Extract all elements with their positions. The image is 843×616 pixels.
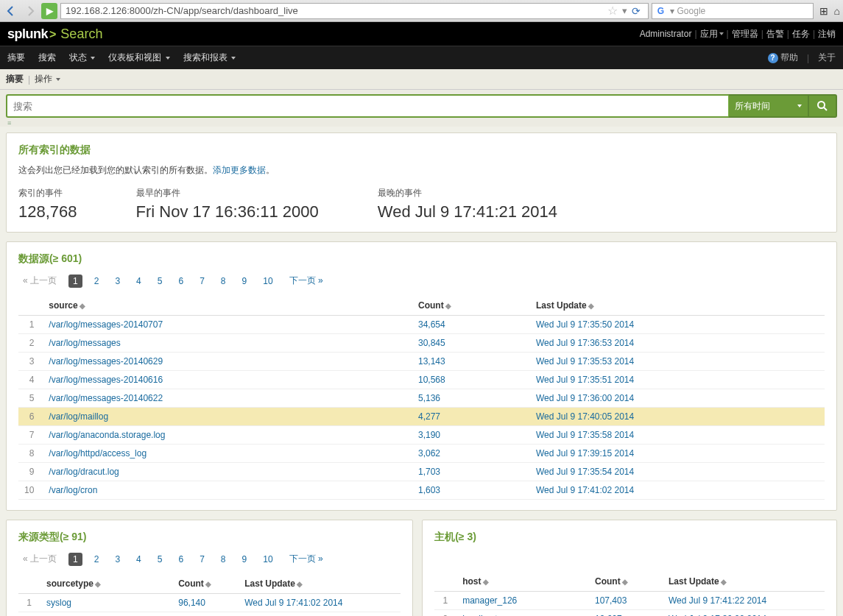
page-4[interactable]: 4 [132, 275, 146, 288]
table-row[interactable]: 2/var/log/messages30,845Wed Jul 9 17:36:… [18, 334, 825, 353]
page-next[interactable]: 下一页 » [285, 273, 328, 288]
page-9[interactable]: 9 [238, 275, 252, 288]
add-more-data-link[interactable]: 添加更多数据 [213, 165, 266, 175]
col-sourcetype[interactable]: sourcetype◆ [40, 574, 172, 594]
cell-last[interactable]: Wed Jul 9 17:41:02 2014 [530, 481, 825, 500]
actions-menu[interactable]: 操作 [35, 73, 60, 85]
logo[interactable]: splunk > Search [7, 26, 102, 42]
manager-link[interactable]: 管理器 [732, 28, 758, 40]
table-row[interactable]: 6/var/log/maillog4,277Wed Jul 9 17:40:05… [18, 408, 825, 426]
cell-source[interactable]: /var/log/messages [43, 334, 412, 353]
back-button[interactable] [3, 3, 19, 19]
table-row[interactable]: 7/var/log/anaconda.storage.log3,190Wed J… [18, 426, 825, 445]
cell-source[interactable]: /var/log/messages-20140616 [43, 371, 412, 389]
page-4[interactable]: 4 [132, 553, 146, 566]
cell-count[interactable]: 96,140 [172, 594, 239, 612]
col-last[interactable]: Last Update◆ [530, 296, 825, 316]
cell-last[interactable]: Wed Jul 9 17:41:02 2014 [239, 594, 401, 612]
cell-source[interactable]: /var/log/messages-20140629 [43, 353, 412, 371]
time-range-select[interactable]: 所有时间 [728, 94, 809, 118]
table-row[interactable]: 3/var/log/messages-2014062913,143Wed Jul… [18, 353, 825, 371]
alerts-link[interactable]: 告警 [766, 28, 784, 40]
cell-count[interactable]: 5,136 [412, 389, 530, 408]
cell-source[interactable]: /var/log/anaconda.storage.log [43, 426, 412, 445]
col-host[interactable]: host◆ [456, 572, 589, 592]
page-10[interactable]: 10 [258, 275, 277, 288]
cell-last[interactable]: Wed Jul 9 17:36:53 2014 [530, 334, 825, 353]
col-last[interactable]: Last Update◆ [663, 572, 825, 592]
search-button[interactable] [809, 94, 837, 118]
nav-reports[interactable]: 搜索和报表 [183, 52, 236, 64]
cell-last[interactable]: Wed Jul 9 17:36:00 2014 [663, 610, 825, 617]
cell-last[interactable]: Wed Jul 9 17:35:51 2014 [530, 371, 825, 389]
table-row[interactable]: 1/var/log/messages-2014070734,654Wed Jul… [18, 316, 825, 334]
cell-count[interactable]: 3,190 [412, 426, 530, 445]
page-6[interactable]: 6 [174, 553, 188, 566]
home-icon[interactable]: ⌂ [834, 5, 840, 17]
page-next[interactable]: 下一页 » [285, 551, 328, 567]
table-row[interactable]: 2hostd-24,418Wed Jul 9 17:40:04 2014 [18, 612, 401, 617]
search-input[interactable] [6, 94, 728, 118]
go-button[interactable]: ▶ [41, 3, 57, 19]
cell-source[interactable]: /var/log/messages-20140707 [43, 316, 412, 334]
page-prev[interactable]: « 上一页 [18, 273, 61, 288]
cell-count[interactable]: 107,403 [589, 592, 663, 610]
table-row[interactable]: 2localhost19,607Wed Jul 9 17:36:00 2014 [434, 610, 825, 617]
cell-last[interactable]: Wed Jul 9 17:35:50 2014 [530, 316, 825, 334]
table-row[interactable]: 1syslog96,140Wed Jul 9 17:41:02 2014 [18, 594, 401, 612]
page-3[interactable]: 3 [110, 275, 124, 288]
nav-status[interactable]: 状态 [69, 52, 95, 64]
page-7[interactable]: 7 [195, 553, 209, 566]
cell-last[interactable]: Wed Jul 9 17:39:15 2014 [530, 445, 825, 463]
table-row[interactable]: 8/var/log/httpd/access_log3,062Wed Jul 9… [18, 445, 825, 463]
cell-count[interactable]: 1,703 [412, 463, 530, 481]
page-8[interactable]: 8 [216, 553, 230, 566]
page-2[interactable]: 2 [90, 275, 104, 288]
col-count[interactable]: Count◆ [412, 296, 530, 316]
col-last[interactable]: Last Update◆ [239, 574, 401, 594]
table-row[interactable]: 1manager_126107,403Wed Jul 9 17:41:22 20… [434, 592, 825, 610]
nav-summary[interactable]: 摘要 [7, 52, 25, 64]
cell-count[interactable]: 30,845 [412, 334, 530, 353]
page-1[interactable]: 1 [68, 553, 82, 566]
cell-last[interactable]: Wed Jul 9 17:35:54 2014 [530, 463, 825, 481]
cell-source[interactable]: /var/log/dracut.log [43, 463, 412, 481]
cell-count[interactable]: 19,607 [589, 610, 663, 617]
page-9[interactable]: 9 [238, 553, 252, 566]
cell-count[interactable]: 10,568 [412, 371, 530, 389]
url-bar[interactable]: 192.168.2.126:8000/zh-CN/app/search/dash… [60, 3, 649, 19]
cell-last[interactable]: Wed Jul 9 17:35:58 2014 [530, 426, 825, 445]
cell-source[interactable]: /var/log/messages-20140622 [43, 389, 412, 408]
star-icon[interactable]: ☆ [607, 4, 618, 18]
page-7[interactable]: 7 [195, 275, 209, 288]
user-link[interactable]: Administrator [640, 29, 692, 39]
cell-last[interactable]: Wed Jul 9 17:35:53 2014 [530, 353, 825, 371]
cell-count[interactable]: 1,603 [412, 481, 530, 500]
dropdown-icon[interactable]: ▾ [622, 5, 627, 16]
cell-last[interactable]: Wed Jul 9 17:36:00 2014 [530, 389, 825, 408]
cell-source[interactable]: /var/log/cron [43, 481, 412, 500]
cell-count[interactable]: 4,418 [172, 612, 239, 617]
forward-button[interactable] [22, 3, 38, 19]
cell-source[interactable]: syslog [40, 594, 172, 612]
cell-last[interactable]: Wed Jul 9 17:40:04 2014 [239, 612, 401, 617]
col-source[interactable]: source◆ [43, 296, 412, 316]
page-5[interactable]: 5 [153, 275, 167, 288]
cell-count[interactable]: 4,277 [412, 408, 530, 426]
cell-last[interactable]: Wed Jul 9 17:41:22 2014 [663, 592, 825, 610]
table-row[interactable]: 5/var/log/messages-201406225,136Wed Jul … [18, 389, 825, 408]
cell-source[interactable]: /var/log/httpd/access_log [43, 445, 412, 463]
page-prev[interactable]: « 上一页 [18, 551, 61, 567]
cell-last[interactable]: Wed Jul 9 17:40:05 2014 [530, 408, 825, 426]
page-1[interactable]: 1 [68, 275, 82, 288]
about-link[interactable]: 关于 [818, 52, 836, 64]
cell-host[interactable]: manager_126 [456, 592, 589, 610]
page-5[interactable]: 5 [153, 553, 167, 566]
page-3[interactable]: 3 [110, 553, 124, 566]
logout-link[interactable]: 注销 [818, 28, 836, 40]
cell-source[interactable]: /var/log/maillog [43, 408, 412, 426]
page-10[interactable]: 10 [258, 553, 277, 566]
browser-search[interactable]: G ▾ Google [652, 3, 814, 19]
col-count[interactable]: Count◆ [172, 574, 239, 594]
table-row[interactable]: 9/var/log/dracut.log1,703Wed Jul 9 17:35… [18, 463, 825, 481]
